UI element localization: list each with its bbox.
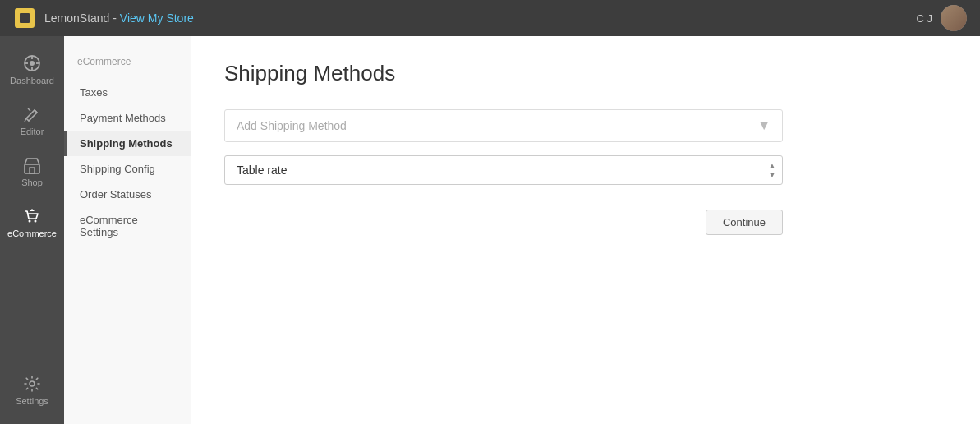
left-nav: Dashboard Editor Shop	[0, 36, 64, 424]
continue-button[interactable]: Continue	[706, 210, 783, 235]
page-title: Shipping Methods	[224, 61, 947, 86]
ecommerce-icon	[23, 207, 41, 225]
svg-rect-12	[30, 168, 35, 173]
svg-line-9	[25, 118, 26, 122]
nav-item-settings[interactable]: Settings	[0, 365, 64, 416]
avatar-image	[941, 5, 967, 31]
svg-point-3	[30, 61, 35, 66]
nav-label-editor: Editor	[21, 127, 44, 136]
content-area: Shipping Methods Add Shipping Method ▼ T…	[191, 36, 980, 424]
topbar-right: C J	[917, 5, 968, 31]
svg-line-8	[35, 110, 37, 113]
shipping-method-select-wrapper: Table rate Flat rate Free shipping ▲ ▼	[224, 155, 783, 185]
topbar: LemonStand - View My Store C J	[0, 0, 980, 36]
sidebar-item-taxes[interactable]: Taxes	[64, 80, 191, 105]
svg-point-14	[35, 220, 37, 223]
nav-item-shop[interactable]: Shop	[0, 146, 64, 197]
svg-point-15	[30, 381, 35, 386]
editor-icon	[23, 105, 41, 123]
dashboard-icon	[23, 54, 41, 72]
nav-label-settings: Settings	[16, 396, 48, 406]
app-logo-icon	[13, 7, 36, 30]
svg-point-13	[29, 220, 31, 223]
nav-item-dashboard[interactable]: Dashboard	[0, 44, 64, 95]
nav-item-editor[interactable]: Editor	[0, 95, 64, 146]
add-shipping-method-dropdown[interactable]: Add Shipping Method ▼	[224, 109, 783, 142]
shipping-method-select[interactable]: Table rate Flat rate Free shipping	[224, 155, 783, 185]
sidebar-item-shipping-methods[interactable]: Shipping Methods	[64, 131, 191, 156]
svg-rect-11	[25, 164, 39, 173]
nav-label-ecommerce: eCommerce	[7, 228, 57, 238]
add-shipping-placeholder: Add Shipping Method	[237, 119, 347, 132]
svg-line-10	[28, 108, 30, 111]
sidebar-divider	[64, 76, 191, 76]
user-initials: C J	[917, 12, 933, 25]
nav-label-dashboard: Dashboard	[10, 76, 54, 85]
chevron-down-icon: ▼	[757, 118, 771, 133]
avatar	[941, 5, 967, 31]
shop-icon	[23, 156, 41, 174]
nav-item-ecommerce[interactable]: eCommerce	[0, 197, 64, 248]
settings-icon	[23, 375, 41, 393]
sidebar-item-payment-methods[interactable]: Payment Methods	[64, 105, 191, 131]
topbar-left: LemonStand - View My Store	[13, 7, 194, 30]
sidebar: eCommerce Taxes Payment Methods Shipping…	[64, 36, 191, 424]
sidebar-item-shipping-config[interactable]: Shipping Config	[64, 156, 191, 182]
view-store-link[interactable]: View My Store	[120, 12, 194, 25]
main-layout: Dashboard Editor Shop	[0, 36, 980, 424]
topbar-brand: LemonStand - View My Store	[44, 12, 194, 25]
svg-rect-1	[20, 13, 30, 23]
sidebar-item-order-statuses[interactable]: Order Statuses	[64, 182, 191, 207]
continue-wrapper: Continue	[224, 210, 783, 235]
sidebar-section-title: eCommerce	[64, 49, 191, 72]
sidebar-item-ecommerce-settings[interactable]: eCommerce Settings	[64, 207, 191, 245]
nav-label-shop: Shop	[21, 177, 43, 187]
